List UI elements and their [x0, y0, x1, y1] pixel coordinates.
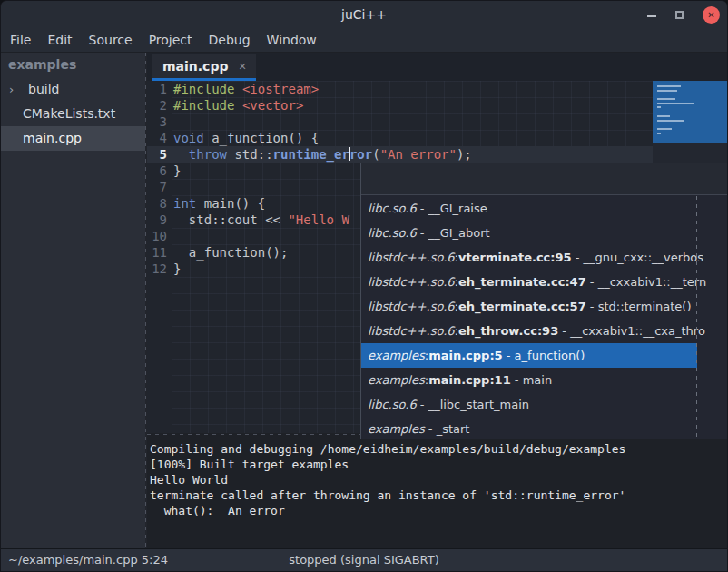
tree-item-cmakelists-txt[interactable]: CMakeLists.txt: [1, 102, 145, 126]
backtrace-item-part: - __GI_abort: [417, 226, 490, 240]
menu-debug[interactable]: Debug: [201, 28, 259, 52]
window-title: juCi++: [1, 1, 727, 28]
terminal-line: what(): An error: [150, 503, 727, 518]
line-number[interactable]: 2: [147, 97, 167, 113]
code-token: main() {: [196, 196, 265, 211]
code-token: [234, 82, 241, 96]
minimize-icon[interactable]: [647, 15, 656, 17]
app-window: juCi++ ✕ FileEditSourceProjectDebugWindo…: [0, 0, 728, 572]
minimap-code-line: [657, 90, 677, 92]
code-token: std::cout <<: [173, 212, 288, 227]
backtrace-item-part: libstdc++.so.6: [368, 275, 455, 289]
tabbar: main.cpp ✕: [147, 53, 727, 81]
backtrace-item[interactable]: examples - _start: [361, 417, 728, 439]
backtrace-item-part: - __cxxabiv1::__tern: [586, 275, 707, 289]
minimap-code-line: [657, 115, 670, 117]
line-number[interactable]: 4: [147, 130, 167, 146]
minimap-code-line: [657, 120, 684, 122]
line-code: #include <vector>: [167, 97, 303, 113]
line-code: std::cout << "Hello W: [167, 212, 349, 228]
backtrace-item-part: eh_throw.cc:93: [458, 324, 558, 338]
status-debug-state: stopped (signal SIGABRT): [1, 549, 727, 571]
menu-project[interactable]: Project: [141, 28, 201, 52]
backtrace-item-part: libstdc++.so.6: [368, 251, 455, 264]
menu-edit[interactable]: Edit: [39, 28, 80, 52]
code-token: <iostream>: [242, 82, 319, 96]
tree-item-label: build: [28, 77, 59, 102]
tab-close-icon[interactable]: ✕: [238, 61, 246, 73]
backtrace-item-part: - __libc_start_main: [417, 398, 529, 411]
line-number[interactable]: 5: [147, 146, 167, 163]
tab-label: main.cpp: [162, 59, 228, 74]
tree-item-build[interactable]: ›build: [1, 77, 145, 102]
backtrace-item[interactable]: examples:main.cpp:11 - main: [361, 368, 728, 392]
backtrace-popup: libc.so.6 - __GI_raiselibc.so.6 - __GI_a…: [360, 163, 728, 439]
line-code: a_function();: [167, 244, 288, 261]
line-number[interactable]: 9: [147, 212, 167, 228]
line-number[interactable]: 10: [147, 228, 167, 244]
terminal-line: Compiling and debugging /home/eidheim/ex…: [150, 441, 727, 457]
backtrace-item-part: vterminate.cc:95: [458, 251, 572, 264]
backtrace-item-part: libstdc++.so.6: [368, 300, 455, 313]
code-token: (: [372, 147, 379, 162]
line-number[interactable]: 11: [147, 244, 167, 261]
editor-line[interactable]: 2#include <vector>: [147, 97, 654, 113]
backtrace-item[interactable]: libc.so.6 - __GI_abort: [361, 221, 728, 245]
backtrace-item-part: libc.so.6: [368, 202, 417, 215]
code-token: );: [457, 147, 472, 162]
close-icon[interactable]: ✕: [703, 6, 720, 24]
minimap-code-line: [657, 133, 661, 134]
backtrace-item-part: main.cpp:11: [428, 373, 511, 387]
code-token: throw: [189, 147, 227, 162]
minimap-code-line: [657, 128, 672, 130]
backtrace-item-part: - std::terminate(): [586, 300, 692, 313]
terminal-line: terminate called after throwing an insta…: [150, 488, 727, 503]
backtrace-item[interactable]: libstdc++.so.6:eh_throw.cc:93 - __cxxabi…: [361, 319, 728, 343]
terminal-line: Hello World: [150, 472, 727, 488]
code-token: int: [173, 196, 196, 211]
menu-window[interactable]: Window: [259, 28, 325, 52]
editor-line[interactable]: 1#include <iostream>: [147, 81, 654, 97]
tab-main-cpp[interactable]: main.cpp ✕: [152, 54, 256, 81]
backtrace-list: libc.so.6 - __GI_raiselibc.so.6 - __GI_a…: [361, 196, 728, 439]
tree-item-label: main.cpp: [23, 126, 82, 151]
code-token: #include: [173, 98, 234, 113]
minimap-viewport[interactable]: [653, 81, 727, 143]
backtrace-item-part: - __GI_raise: [417, 202, 487, 215]
backtrace-item[interactable]: libstdc++.so.6:eh_terminate.cc:57 - std:…: [361, 294, 728, 319]
code-token: "Hello W: [288, 212, 349, 227]
code-token: [173, 147, 189, 162]
terminal-output[interactable]: Compiling and debugging /home/eidheim/ex…: [147, 438, 727, 548]
backtrace-item[interactable]: libstdc++.so.6:eh_terminate.cc:47 - __cx…: [361, 270, 728, 294]
backtrace-item-part: eh_terminate.cc:47: [458, 275, 586, 289]
backtrace-item[interactable]: libstdc++.so.6:vterminate.cc:95 - __gnu_…: [361, 245, 728, 270]
line-number[interactable]: 12: [147, 261, 167, 277]
backtrace-item-part: examples: [368, 349, 425, 362]
backtrace-item-part: libstdc++.so.6: [368, 324, 455, 338]
tree-item-main-cpp[interactable]: main.cpp: [1, 126, 145, 151]
menu-source[interactable]: Source: [81, 28, 141, 52]
backtrace-item[interactable]: libc.so.6 - __libc_start_main: [361, 392, 728, 417]
backtrace-item[interactable]: libc.so.6 - __GI_raise: [361, 196, 728, 221]
line-number[interactable]: 8: [147, 195, 167, 212]
project-name: examples: [1, 53, 145, 77]
line-code: void a_function() {: [167, 130, 319, 146]
line-number[interactable]: 1: [147, 81, 167, 97]
titlebar[interactable]: juCi++ ✕: [1, 1, 727, 28]
code-token: <vector>: [242, 98, 303, 113]
line-code: int main() {: [167, 195, 265, 212]
backtrace-item[interactable]: examples:main.cpp:5 - a_function(): [361, 343, 697, 368]
code-token: runtime_er: [273, 147, 349, 162]
backtrace-item-part: - a_function(): [503, 349, 585, 362]
line-number[interactable]: 7: [147, 179, 167, 195]
chevron-right-icon[interactable]: ›: [9, 77, 22, 102]
minimap-code-line: [657, 106, 661, 108]
editor-line[interactable]: 4void a_function() {: [147, 130, 654, 146]
line-number[interactable]: 3: [147, 113, 167, 130]
editor-line[interactable]: 3: [147, 113, 654, 130]
menu-file[interactable]: File: [2, 28, 39, 52]
line-number[interactable]: 6: [147, 163, 167, 179]
file-tree-panel: examples ›buildCMakeLists.txtmain.cpp: [1, 53, 145, 548]
editor-line[interactable]: 5 throw std::runtime_error("An error");: [147, 146, 654, 163]
restore-icon[interactable]: [675, 11, 684, 19]
